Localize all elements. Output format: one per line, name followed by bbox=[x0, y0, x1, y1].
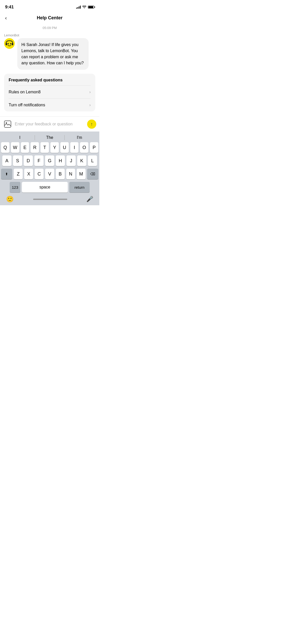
key-r[interactable]: R bbox=[31, 142, 39, 153]
nav-header: ‹ Help Center bbox=[0, 12, 99, 23]
key-n[interactable]: N bbox=[66, 169, 75, 179]
svg-rect-1 bbox=[6, 43, 7, 45]
svg-point-6 bbox=[6, 122, 7, 124]
key-x[interactable]: X bbox=[24, 169, 33, 179]
key-d[interactable]: D bbox=[24, 155, 33, 166]
faq-item-rules-chevron: › bbox=[89, 90, 91, 94]
key-row-4: 123 space return bbox=[1, 182, 98, 193]
svg-rect-2 bbox=[12, 43, 13, 45]
back-button[interactable]: ‹ bbox=[5, 15, 7, 21]
send-button[interactable]: ↑ bbox=[87, 120, 96, 129]
key-row-1: Q W E R T Y U I O P bbox=[1, 142, 98, 153]
faq-item-notifications-label: Turn off notifications bbox=[9, 103, 45, 107]
input-bar: ↑ bbox=[0, 116, 99, 131]
key-o[interactable]: O bbox=[80, 142, 88, 153]
page-title: Help Center bbox=[37, 15, 62, 21]
message-timestamp: 05:09 PM bbox=[0, 26, 99, 30]
autocomplete-word-1[interactable]: I bbox=[5, 135, 35, 140]
faq-item-rules[interactable]: Rules on Lemon8 › bbox=[4, 86, 95, 98]
key-e[interactable]: E bbox=[21, 142, 29, 153]
signal-icon bbox=[76, 6, 81, 9]
bot-message-text: Hi Sarah Jonas! If life gives you Lemons… bbox=[21, 42, 84, 65]
image-attach-icon bbox=[4, 120, 11, 128]
wifi-icon bbox=[82, 6, 86, 9]
key-b[interactable]: B bbox=[56, 169, 65, 179]
status-icons bbox=[76, 6, 94, 9]
key-k[interactable]: K bbox=[77, 155, 86, 166]
send-arrow-icon: ↑ bbox=[91, 122, 93, 126]
key-m[interactable]: M bbox=[77, 169, 86, 179]
status-bar: 9:41 bbox=[0, 0, 99, 12]
key-h[interactable]: H bbox=[56, 155, 65, 166]
shift-key[interactable]: ⬆ bbox=[1, 169, 12, 179]
key-j[interactable]: J bbox=[66, 155, 76, 166]
svg-point-3 bbox=[8, 43, 9, 45]
key-y[interactable]: Y bbox=[50, 142, 59, 153]
bot-message-bubble: Hi Sarah Jonas! If life gives you Lemons… bbox=[17, 38, 89, 70]
faq-item-notifications-chevron: › bbox=[89, 103, 91, 107]
svg-point-4 bbox=[10, 43, 11, 45]
key-v[interactable]: V bbox=[45, 169, 54, 179]
key-g[interactable]: G bbox=[45, 155, 54, 166]
backspace-key[interactable]: ⌫ bbox=[87, 169, 98, 179]
keyboard: I The I'm Q W E R T Y U I O P A S D F G … bbox=[0, 131, 99, 205]
svg-rect-5 bbox=[4, 121, 11, 127]
key-s[interactable]: S bbox=[13, 155, 22, 166]
numbers-key[interactable]: 123 bbox=[10, 182, 20, 193]
return-key[interactable]: return bbox=[69, 182, 90, 193]
faq-header: Frequently asked questions bbox=[4, 74, 95, 85]
home-indicator bbox=[33, 199, 67, 200]
status-time: 9:41 bbox=[5, 5, 14, 10]
autocomplete-word-3[interactable]: I'm bbox=[65, 135, 94, 140]
key-rows: Q W E R T Y U I O P A S D F G H J K L ⬆ … bbox=[1, 142, 98, 194]
faq-card: Frequently asked questions Rules on Lemo… bbox=[4, 74, 95, 111]
key-a[interactable]: A bbox=[2, 155, 11, 166]
image-attach-button[interactable] bbox=[3, 120, 12, 129]
feedback-input[interactable] bbox=[15, 119, 85, 129]
keyboard-bottom-bar: 🙂 🎤 bbox=[1, 194, 98, 205]
key-u[interactable]: U bbox=[60, 142, 69, 153]
bot-avatar-image bbox=[4, 38, 15, 49]
key-q[interactable]: Q bbox=[1, 142, 9, 153]
key-t[interactable]: T bbox=[40, 142, 49, 153]
microphone-button[interactable]: 🎤 bbox=[86, 196, 93, 202]
battery-icon bbox=[88, 6, 94, 9]
key-z[interactable]: Z bbox=[14, 169, 23, 179]
key-row-2: A S D F G H J K L bbox=[1, 155, 98, 166]
key-w[interactable]: W bbox=[11, 142, 19, 153]
key-c[interactable]: C bbox=[35, 169, 44, 179]
bot-message-row: Hi Sarah Jonas! If life gives you Lemons… bbox=[0, 38, 99, 70]
bot-avatar bbox=[4, 38, 15, 49]
autocomplete-word-2[interactable]: The bbox=[35, 135, 64, 140]
space-key[interactable]: space bbox=[22, 182, 68, 193]
faq-item-rules-label: Rules on Lemon8 bbox=[9, 90, 40, 94]
key-p[interactable]: P bbox=[90, 142, 98, 153]
autocomplete-bar: I The I'm bbox=[1, 134, 98, 142]
key-row-3: ⬆ Z X C V B N M ⌫ bbox=[1, 169, 98, 179]
faq-item-notifications[interactable]: Turn off notifications › bbox=[4, 99, 95, 111]
bot-name: LemonBot bbox=[4, 33, 95, 37]
key-l[interactable]: L bbox=[88, 155, 97, 166]
chat-area: 05:09 PM LemonBot Hi Sarah Jonas! If lif… bbox=[0, 23, 99, 116]
key-i[interactable]: I bbox=[70, 142, 79, 153]
key-f[interactable]: F bbox=[34, 155, 44, 166]
emoji-button[interactable]: 🙂 bbox=[6, 196, 14, 203]
